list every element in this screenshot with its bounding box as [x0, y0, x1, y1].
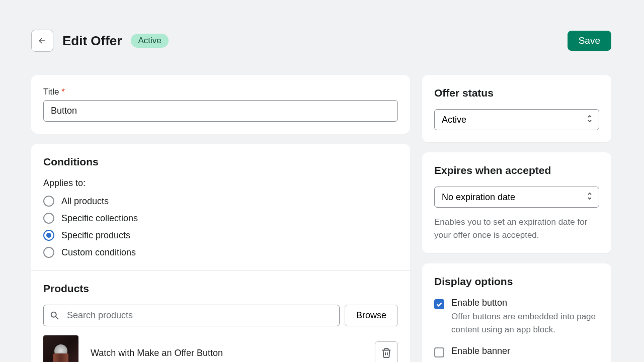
conditions-card: Conditions Applies to: All products Spec…: [31, 144, 410, 362]
products-heading: Products: [43, 283, 398, 295]
delete-product-button[interactable]: [375, 341, 398, 362]
checkbox-unchecked-icon: [434, 347, 444, 357]
applies-to-label: Applies to:: [43, 178, 398, 189]
expiration-heading: Expires when accepted: [434, 164, 599, 176]
back-button[interactable]: [31, 30, 53, 52]
status-select[interactable]: Active: [434, 109, 599, 130]
radio-icon: [43, 213, 54, 224]
save-button[interactable]: Save: [568, 31, 611, 51]
expiration-select[interactable]: No expiration date: [434, 187, 599, 208]
product-name: Watch with Make an Offer Button: [91, 348, 363, 358]
offer-status-card: Offer status Active: [422, 75, 611, 142]
expiration-help-text: Enables you to set an expiration date fo…: [434, 216, 599, 241]
radio-icon: [43, 196, 54, 207]
radio-icon: [43, 247, 54, 258]
product-row: Watch with Make an Offer Button: [31, 335, 410, 362]
title-card: Title *: [31, 75, 410, 134]
offer-status-heading: Offer status: [434, 87, 599, 99]
radio-custom-conditions[interactable]: Custom conditions: [43, 247, 398, 258]
page-header: Edit Offer Active Save: [31, 30, 611, 52]
radio-all-products[interactable]: All products: [43, 196, 398, 207]
radio-specific-collections[interactable]: Specific collections: [43, 213, 398, 224]
trash-icon: [381, 347, 392, 358]
arrow-left-icon: [37, 36, 47, 46]
required-asterisk: *: [61, 87, 65, 97]
enable-banner-label: Enable banner: [451, 346, 599, 356]
enable-button-option[interactable]: Enable button Offer buttons are embedded…: [434, 298, 599, 336]
conditions-heading: Conditions: [43, 156, 398, 168]
search-icon: [49, 310, 60, 321]
radio-icon: [43, 230, 54, 241]
display-heading: Display options: [434, 276, 599, 288]
browse-button[interactable]: Browse: [345, 305, 398, 326]
product-thumbnail: [43, 335, 78, 362]
radio-specific-products[interactable]: Specific products: [43, 230, 398, 241]
page-title: Edit Offer: [62, 33, 122, 49]
enable-button-label: Enable button: [451, 298, 599, 308]
enable-button-desc: Offer buttons are embedded into page con…: [451, 310, 599, 336]
checkbox-checked-icon: [434, 299, 444, 309]
status-badge: Active: [131, 34, 168, 48]
expiration-card: Expires when accepted No expiration date…: [422, 152, 611, 253]
title-label: Title *: [43, 87, 398, 97]
title-input[interactable]: [43, 100, 398, 122]
product-search-input[interactable]: [43, 305, 340, 326]
enable-banner-option[interactable]: Enable banner: [434, 346, 599, 358]
display-options-card: Display options Enable button Offer butt…: [422, 263, 611, 362]
